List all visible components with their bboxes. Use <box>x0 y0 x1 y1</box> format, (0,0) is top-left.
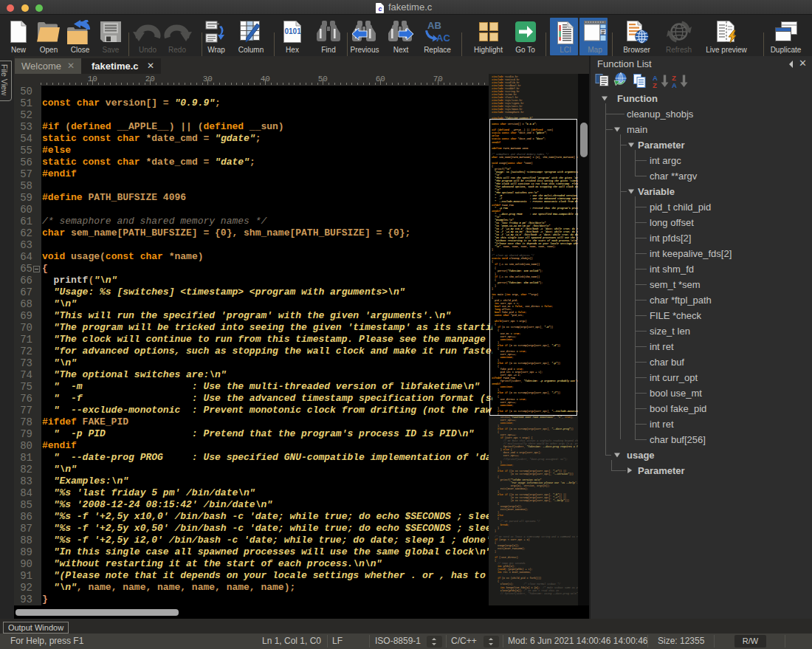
svg-text:Z: Z <box>653 81 657 89</box>
svg-text:A: A <box>672 81 677 89</box>
svg-text:AB: AB <box>427 20 441 31</box>
svg-text:AC: AC <box>436 32 450 44</box>
svg-text:0101: 0101 <box>285 27 302 35</box>
